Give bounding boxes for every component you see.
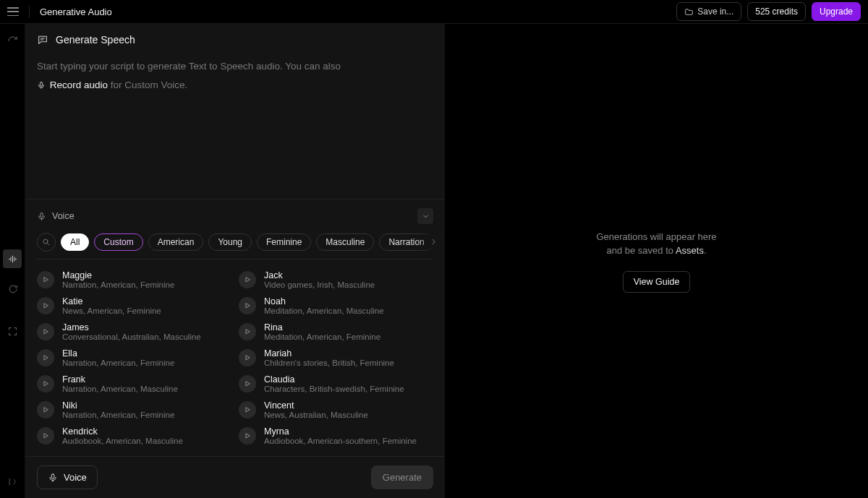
topbar: Generative Audio Save in... 525 credits …	[0, 0, 868, 24]
voice-desc: Narration, American, Masculine	[62, 385, 178, 393]
divider	[29, 5, 30, 18]
expand-icon[interactable]	[6, 325, 19, 338]
section-title: Generate Speech	[56, 34, 135, 46]
play-icon[interactable]	[37, 401, 54, 418]
play-icon[interactable]	[239, 375, 256, 392]
voice-item[interactable]: JamesConversational, Australian, Masculi…	[37, 319, 231, 345]
chip-young[interactable]: Young	[208, 233, 252, 251]
voice-name: Claudia	[264, 374, 404, 385]
voice-item[interactable]: KatieNews, American, Feminine	[37, 293, 231, 319]
voice-header-left: Voice	[37, 211, 75, 221]
svg-point-0	[15, 286, 17, 288]
voice-label: Voice	[52, 211, 75, 221]
voice-name: Noah	[264, 296, 384, 306]
empty-state: Generations will appear here and be save…	[596, 230, 716, 293]
voice-item[interactable]: MariahChildren's stories, British, Femin…	[239, 345, 433, 371]
play-icon[interactable]	[37, 375, 54, 392]
voice-desc: Children's stories, British, Feminine	[264, 359, 394, 367]
voice-item[interactable]: KendrickAudiobook, American, Masculine	[37, 423, 231, 449]
empty-line-2: and be saved to Assets.	[596, 244, 716, 258]
voice-item[interactable]: MaggieNarration, American, Feminine	[37, 267, 231, 293]
collapse-voice-button[interactable]	[417, 208, 433, 224]
svg-rect-2	[41, 212, 43, 217]
voice-item[interactable]: JackVideo games, Irish, Masculine	[239, 267, 433, 293]
voice-name: James	[62, 322, 201, 332]
voice-desc: Meditation, American, Masculine	[264, 306, 384, 315]
play-icon[interactable]	[239, 349, 256, 366]
voice-name: Kendrick	[62, 426, 183, 437]
chat-icon[interactable]	[6, 283, 19, 296]
empty-line-1: Generations will appear here	[596, 230, 716, 244]
divider	[37, 259, 433, 259]
voice-name: Jack	[264, 270, 375, 280]
voice-name: Katie	[62, 296, 161, 306]
voice-item[interactable]: NikiNarration, American, Feminine	[37, 397, 231, 423]
footer-bar: Voice Generate	[25, 456, 445, 498]
svg-rect-1	[41, 82, 43, 86]
play-icon[interactable]	[37, 271, 54, 288]
voice-desc: Meditation, American, Feminine	[264, 332, 380, 341]
play-icon[interactable]	[37, 323, 54, 340]
save-label: Save in...	[697, 7, 733, 17]
voice-desc: Video games, Irish, Masculine	[264, 280, 375, 289]
topbar-right: Save in... 525 credits Upgrade	[676, 2, 861, 21]
voice-desc: Audiobook, American-southern, Feminine	[264, 437, 417, 445]
collapse-rail-icon[interactable]	[6, 475, 19, 488]
voice-desc: Audiobook, American, Masculine	[62, 437, 183, 445]
assets-link[interactable]: Assets	[676, 245, 704, 256]
left-panel: Generate Speech Start typing your script…	[25, 24, 445, 498]
voice-name: Ella	[62, 348, 174, 359]
search-icon[interactable]	[37, 233, 56, 252]
save-button[interactable]: Save in...	[676, 2, 741, 21]
chip-custom[interactable]: Custom	[94, 233, 142, 251]
play-icon[interactable]	[239, 427, 256, 445]
mic-icon	[48, 473, 58, 483]
script-input-area[interactable]: Start typing your script to generate Tex…	[25, 53, 445, 106]
voice-name: Frank	[62, 374, 178, 385]
voice-name: Niki	[62, 400, 174, 411]
voice-name: Myrna	[264, 426, 417, 437]
filter-chips: All Custom American Young Feminine Mascu…	[25, 230, 445, 259]
voice-item[interactable]: NoahMeditation, American, Masculine	[239, 293, 433, 319]
play-icon[interactable]	[37, 297, 54, 314]
scroll-right-icon[interactable]	[426, 234, 441, 249]
voice-name: Vincent	[264, 400, 368, 411]
generate-button[interactable]: Generate	[371, 465, 433, 489]
view-guide-button[interactable]: View Guide	[623, 271, 691, 293]
chip-all[interactable]: All	[61, 233, 89, 251]
play-icon[interactable]	[239, 271, 256, 288]
main: Generate Speech Start typing your script…	[0, 24, 868, 498]
chip-masculine[interactable]: Masculine	[316, 233, 374, 251]
voice-name: Maggie	[62, 270, 174, 280]
voice-item[interactable]: VincentNews, Australian, Masculine	[239, 397, 433, 423]
chip-feminine[interactable]: Feminine	[257, 233, 311, 251]
refresh-icon[interactable]	[6, 34, 19, 47]
prompt-text-1: Start typing your script to generate Tex…	[37, 61, 341, 72]
voice-button-label: Voice	[64, 472, 87, 483]
voice-item[interactable]: ClaudiaCharacters, British-swedish, Femi…	[239, 371, 433, 397]
voice-item[interactable]: RinaMeditation, American, Feminine	[239, 319, 433, 345]
right-panel: Generations will appear here and be save…	[445, 24, 868, 498]
play-icon[interactable]	[37, 349, 54, 366]
voice-item[interactable]: FrankNarration, American, Masculine	[37, 371, 231, 397]
chip-american[interactable]: American	[148, 233, 204, 251]
voice-name: Rina	[264, 322, 380, 332]
play-icon[interactable]	[239, 297, 256, 314]
play-icon[interactable]	[239, 323, 256, 340]
svg-point-3	[43, 239, 48, 244]
voice-item[interactable]: MyrnaAudiobook, American-southern, Femin…	[239, 423, 433, 449]
mic-icon	[37, 212, 46, 221]
play-icon[interactable]	[37, 427, 54, 445]
voice-selector-button[interactable]: Voice	[37, 465, 98, 489]
record-audio-link[interactable]: Record audio	[50, 80, 108, 90]
audio-icon[interactable]	[3, 249, 22, 268]
credits-badge[interactable]: 525 credits	[747, 2, 806, 21]
upgrade-button[interactable]: Upgrade	[812, 2, 861, 21]
menu-icon[interactable]	[7, 7, 19, 16]
section-header: Generate Speech	[25, 24, 445, 53]
voice-item[interactable]: EllaNarration, American, Feminine	[37, 345, 231, 371]
play-icon[interactable]	[239, 401, 256, 418]
voice-desc: News, Australian, Masculine	[264, 411, 368, 419]
voice-desc: Characters, British-swedish, Feminine	[264, 385, 404, 393]
svg-rect-4	[51, 473, 54, 478]
